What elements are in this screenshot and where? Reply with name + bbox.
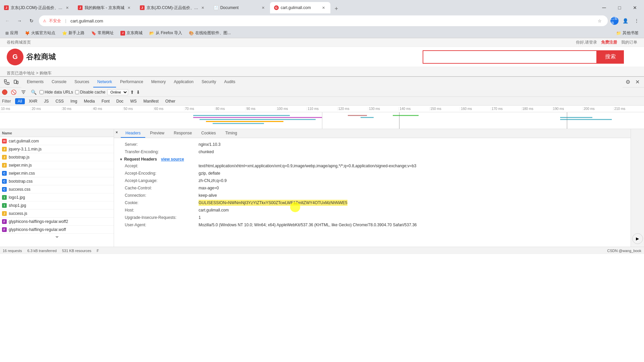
inner-tab-cookies[interactable]: Cookies (197, 129, 220, 138)
tab-security[interactable]: Security (198, 77, 220, 87)
file-item-success-js[interactable]: J success.js (0, 209, 114, 218)
js-file-icon-1: J (2, 147, 7, 152)
devtools-close-button[interactable]: ✕ (633, 78, 641, 86)
reload-button[interactable]: ↻ (27, 16, 36, 25)
user-avatar-button[interactable]: 👤 (621, 16, 630, 25)
more-menu-button[interactable]: ⋮ (632, 16, 641, 25)
tab-2[interactable]: J 我的购物车 - 京东商城 ✕ (74, 2, 136, 13)
search-network-button[interactable]: 🔍 (30, 88, 38, 96)
back-button[interactable]: ← (3, 16, 12, 25)
filter-xhr[interactable]: XHR (26, 98, 40, 104)
file-item-swiper-css[interactable]: C swiper.min.css (0, 169, 114, 177)
tab-audits[interactable]: Audits (220, 77, 239, 87)
bookmark-common-urls[interactable]: 🔖 常用网址 (89, 29, 116, 37)
accept-val: text/html,application/xhtml+xml,applicat… (199, 163, 416, 169)
tab-performance[interactable]: Performance (116, 77, 147, 87)
filter-all[interactable]: All (15, 98, 25, 104)
details-close-button[interactable]: × (114, 130, 119, 135)
filter-doc[interactable]: Doc (114, 98, 126, 104)
bookmark-newbie[interactable]: ⭐ 新手上路 (59, 29, 87, 37)
file-item-woff2[interactable]: F glyphicons-halflings-regular.woff2 (0, 218, 114, 226)
file-item-success-css[interactable]: C success.css (0, 185, 114, 193)
new-tab-button[interactable]: + (332, 4, 341, 13)
devtools-settings-button[interactable]: ⚙ (624, 78, 632, 86)
play-button[interactable]: ▶ (632, 233, 643, 244)
js-file-icon-3: J (2, 163, 7, 168)
request-headers-title[interactable]: Request Headers view source (119, 156, 625, 162)
file-item-jquery[interactable]: J jquery-3.1.1.min.js (0, 145, 114, 153)
tab-3[interactable]: J 京东(JD.COM)-正品低价、品... ✕ (136, 2, 210, 13)
inner-tab-response[interactable]: Response (169, 129, 197, 138)
filter-js[interactable]: JS (41, 98, 51, 104)
forward-button[interactable]: → (15, 16, 24, 25)
tab-application[interactable]: Application (170, 77, 198, 87)
tab-elements[interactable]: Elements (23, 77, 48, 87)
search-input[interactable] (423, 50, 597, 64)
clear-button[interactable]: 🚫 (9, 88, 17, 96)
bookmark-firefox[interactable]: 🦊 火狐官方站点 (22, 29, 58, 37)
filter-other[interactable]: Other (163, 98, 178, 104)
record-button[interactable] (2, 89, 7, 95)
other-bookmarks-icon: 📁 (616, 31, 621, 36)
tab-1-close[interactable]: ✕ (64, 5, 70, 10)
close-window-button[interactable]: ✕ (627, 2, 643, 13)
filter-ws[interactable]: WS (127, 98, 139, 104)
tab-4[interactable]: 📄 Document ✕ (210, 2, 270, 13)
view-source-link[interactable]: view source (161, 157, 184, 162)
tab-sources[interactable]: Sources (70, 77, 93, 87)
site-home-link[interactable]: 谷粒商城首页 (7, 40, 31, 45)
tick-160ms: 160 ms (460, 107, 490, 111)
tab-network[interactable]: Network (93, 77, 116, 87)
address-bar[interactable]: ⚠ 不安全 ｜ cart.gulimall.com ☆ (39, 15, 608, 26)
preserve-log-checkbox[interactable] (40, 90, 44, 94)
minimize-button[interactable]: ─ (596, 2, 612, 13)
tab-memory[interactable]: Memory (147, 77, 170, 87)
filter-manifest[interactable]: Manifest (141, 98, 161, 104)
filter-font[interactable]: Font (99, 98, 112, 104)
bookmark-button[interactable]: ☆ (596, 17, 604, 25)
tab-2-close[interactable]: ✕ (126, 5, 132, 10)
file-item-bootstrap-js[interactable]: J bootstrap.js (0, 153, 114, 161)
tab-4-close[interactable]: ✕ (261, 5, 266, 10)
throttle-select[interactable]: Online (107, 89, 128, 95)
bookmark-jd[interactable]: J 京东商城 (118, 29, 145, 37)
inspect-element-button[interactable] (3, 78, 11, 86)
search-button[interactable]: 搜索 (597, 50, 624, 64)
other-bookmarks[interactable]: 📁 其他书签 (613, 29, 641, 37)
upload-button[interactable]: ⬆ (130, 89, 134, 95)
user-account-button[interactable]: 已暂停 (610, 17, 619, 25)
bookmark-apps[interactable]: ⊞ 应用 (3, 29, 21, 37)
encoding-val: gzip, deflate (199, 170, 220, 176)
device-toolbar-button[interactable] (12, 78, 20, 86)
file-item-logo1[interactable]: I logo1.jpg (0, 193, 114, 201)
register-link[interactable]: 免费注册 (601, 40, 617, 45)
inner-tab-headers[interactable]: Headers (121, 129, 145, 138)
search-bar: 搜索 (423, 50, 624, 64)
file-item-woff[interactable]: F glyphicons-halflings-regular.woff (0, 226, 114, 234)
tab-5-close[interactable]: ✕ (321, 5, 326, 10)
filter-img[interactable]: Img (68, 98, 80, 104)
tab-3-close[interactable]: ✕ (200, 5, 206, 10)
inner-tab-timing[interactable]: Timing (220, 129, 242, 138)
filter-css[interactable]: CSS (53, 98, 66, 104)
download-button[interactable]: ⬇ (136, 89, 140, 95)
file-item-swiper-js[interactable]: J swiper.min.js (0, 161, 114, 169)
disable-cache-checkbox[interactable] (75, 90, 79, 94)
tab-1[interactable]: J 京东(JD.COM)-正品低价、品... ✕ (0, 2, 74, 13)
inner-tab-preview[interactable]: Preview (145, 129, 169, 138)
transfer-key: Transfer-Encoding: (125, 149, 199, 155)
tab-5[interactable]: G cart.gulimall.com ✕ (270, 2, 330, 13)
file-item-bootstrap-css[interactable]: C bootstrap.css (0, 177, 114, 185)
preserve-log-label[interactable]: Hide data URLs (40, 90, 73, 95)
file-item-cart[interactable]: H cart.gulimall.com (0, 137, 114, 145)
devtools-tab-bar: Elements Console Sources Network Perform… (21, 77, 623, 87)
login-link[interactable]: 你好,请登录 (576, 40, 597, 45)
maximize-button[interactable]: □ (612, 2, 627, 13)
order-link[interactable]: 我的订单 (621, 40, 637, 45)
disable-cache-label[interactable]: Disable cache (75, 90, 105, 95)
bookmark-firefox-import[interactable]: 📂 从 Firefox 导入 (147, 29, 185, 37)
bookmark-drawing[interactable]: 🎨 在线绘图软件、图... (186, 29, 233, 37)
file-item-shop1[interactable]: I shop1.jpg (0, 201, 114, 209)
tab-console[interactable]: Console (48, 77, 70, 87)
filter-media[interactable]: Media (81, 98, 98, 104)
